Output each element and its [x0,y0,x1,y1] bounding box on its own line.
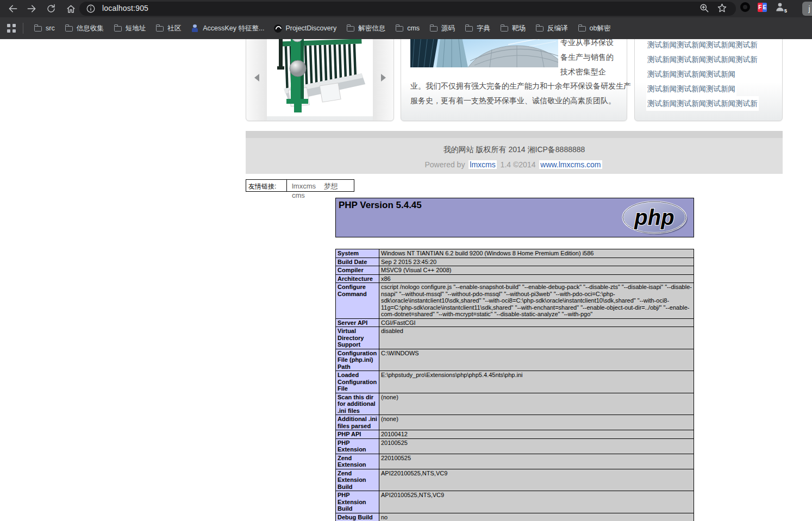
phpinfo-table: System Windows NT TIANTIAN 6.2 build 920… [335,249,694,521]
news-link[interactable]: 测试新闻测试新闻测试新闻 [646,81,736,96]
phpinfo-row-label: Additional .ini files parsed [336,415,379,430]
phpinfo-row-label: Architecture [336,274,379,283]
phpinfo-row-value: cscript /nologo configure.js "--enable-s… [379,283,694,319]
phpinfo-row: PHP Extension Build API20100525,NTS,VC9 [336,491,694,513]
phpinfo-row-label: Zend Extension Build [336,469,379,491]
carousel-product-image[interactable] [267,39,374,116]
phpinfo-row-value: 220100525 [379,454,694,469]
bookmark-folder-icon [274,24,282,33]
lmxcms-site-link[interactable]: www.lmxcms.com [539,160,602,169]
phpinfo-header: PHP Version 5.4.45 php [335,198,694,237]
bookmark-folder-icon [429,24,438,32]
phpinfo-row: System Windows NT TIANTIAN 6.2 build 920… [336,249,694,258]
bookmark-item[interactable]: ob解密 [573,22,616,35]
bookmark-item[interactable]: AccessKey 特征整... [186,22,269,35]
image-carousel [246,39,394,121]
bookmark-item[interactable]: 源码 [424,22,460,35]
bookmark-folder-icon [578,24,586,32]
bookmark-folder-icon [65,24,73,32]
bookmark-folder-icon [191,24,199,32]
bookmark-item[interactable]: 反编译 [530,22,573,35]
home-button[interactable] [64,2,77,15]
bookmarks-bar: src 信息收集 短地址 社区 [0,17,812,39]
bookmark-folder-icon [500,24,509,32]
phpinfo-row-value: disabled [379,327,694,349]
site-footer: 我的网站 版权所有 2014 湘ICP备8888888 Powered by l… [246,138,783,174]
bookmark-folder-icon [465,24,473,32]
bookmark-item[interactable]: 靶场 [495,22,530,35]
phpinfo-row-value: 20100525 [379,438,694,454]
phpinfo-row-label: Virtual Directory Support [336,327,379,349]
bookmark-item[interactable]: 短地址 [109,22,151,35]
bookmark-item[interactable]: src [29,22,60,34]
friend-links-box: 友情链接: lmxcms 梦想cms [246,179,354,192]
fe-extension-icon[interactable]: FE [758,3,767,12]
bookmark-item[interactable]: 解密信息 [341,22,390,35]
powered-by-version: 1.4 ©2014 [501,160,536,169]
phpinfo-row-value: (none) [379,415,694,430]
phpinfo-row-label: Configuration File (php.ini) Path [336,349,379,371]
phpinfo-row: Debug Build no [336,513,694,521]
phpinfo-row-label: Loaded Configuration File [336,371,379,393]
url-text[interactable]: localhost:905 [102,4,148,12]
carousel-prev-button[interactable] [246,39,267,121]
phpinfo-row: Configure Command cscript /nologo config… [336,283,694,319]
bookmark-item[interactable]: 信息收集 [60,22,109,35]
phpinfo-row-value: MSVC9 (Visual C++ 2008) [379,266,694,275]
profile-avatar[interactable]: j [802,2,812,16]
phpinfo-row-value: (none) [379,393,694,415]
intro-side-line-2: 备生产与销售的 [560,53,626,62]
carousel-next-button[interactable] [373,39,393,121]
phpinfo-row-label: PHP Extension Build [336,491,379,513]
bookmark-star-icon[interactable] [717,3,727,15]
bookmark-folder-icon [535,24,544,32]
phpinfo-row-value: 20100412 [379,430,694,439]
intro-body-line-1: 业。我们不仅拥有强大完备的生产能力和十余年环保设备研发生产 [410,81,623,91]
powered-by-line: Powered by lmxcms 1.4 ©2014 www.lmxcms.c… [246,160,783,169]
extensions-area: FE 5 [740,2,785,12]
news-list: 测试新闻测试新闻测试新闻测试新 测试新闻测试新闻测试新闻测试新 测试新闻测试新闻… [646,39,759,111]
lmxcms-link[interactable]: lmxcms [469,160,496,169]
right-arrow-icon [381,74,386,81]
intro-body-line-2: 服务史，更有着一支热爱环保事业、诚信敬业的高素质团队。 [410,96,623,106]
bookmark-folder-icon [34,24,42,32]
zoom-icon[interactable] [699,3,709,15]
browser-toolbar: localhost:905 FE 5 j [0,0,812,17]
forward-button[interactable] [25,2,38,15]
browser-window: localhost:905 FE 5 j [0,0,812,521]
apps-grid-icon[interactable] [7,23,16,33]
news-link[interactable]: 测试新闻测试新闻测试新闻测试新 [646,39,759,52]
phpinfo-row-value: x86 [379,274,694,283]
phpinfo-row-label: PHP API [336,430,379,439]
phpinfo-row-value: E:\phpstudy_pro\Extensions\php\php5.4.45… [379,371,694,393]
news-link[interactable]: 测试新闻测试新闻测试新闻测试新 [646,52,759,67]
company-intro-panel: 专业从事环保设 备生产与销售的 技术密集型企 业。我们不仅拥有强大完备的生产能力… [401,39,627,121]
phpinfo-row: Zend Extension Build API220100525,NTS,VC… [336,469,694,491]
footer-divider [246,131,783,138]
site-info-icon[interactable] [86,4,96,14]
phpinfo-row-label: System [336,249,379,258]
copyright-text: 我的网站 版权所有 2014 湘ICP备8888888 [246,138,783,155]
proxy-extension-icon[interactable]: 5 [774,2,785,12]
svg-text:php: php [634,205,674,229]
news-link[interactable]: 测试新闻测试新闻测试新闻测试新 [646,96,759,111]
bookmark-item[interactable]: 字典 [460,22,495,35]
phpinfo-row: Configuration File (php.ini) Path C:\WIN… [336,349,694,371]
refresh-button[interactable] [45,2,58,15]
bookmark-item[interactable]: 社区 [151,22,186,35]
friend-links-cell: lmxcms 梦想cms [287,180,354,191]
phpinfo-row-value: API20100525,NTS,VC9 [379,491,694,513]
phpinfo-row-label: Scan this dir for additional .ini files [336,393,379,415]
adblocker-extension-icon[interactable] [740,2,750,12]
news-link[interactable]: 测试新闻测试新闻测试新闻 [646,67,736,81]
back-button[interactable] [7,2,20,15]
address-bar[interactable]: localhost:905 [79,2,736,16]
phpinfo-row-label: Server API [336,318,379,327]
bookmark-item[interactable]: cms [390,22,424,34]
friend-link-lmxcms[interactable]: lmxcms [292,182,316,190]
phpinfo-row-value: C:\WINDOWS [379,349,694,371]
phpinfo-row-value: CGI/FastCGI [379,318,694,327]
phpinfo-row: Architecture x86 [336,274,694,283]
bookmark-item[interactable]: ProjectDiscovery [269,22,341,35]
phpinfo-table-body: System Windows NT TIANTIAN 6.2 build 920… [336,249,694,521]
